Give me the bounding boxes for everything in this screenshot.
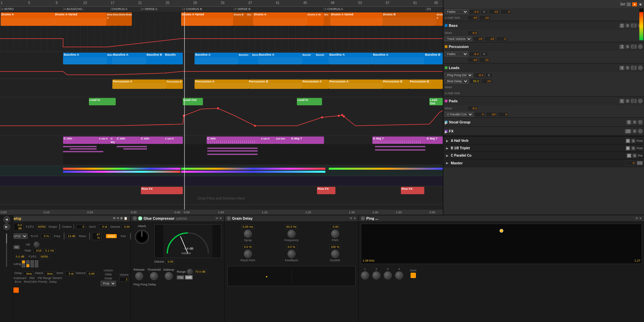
routing-cell-2[interactable]	[26, 260, 30, 264]
clip-bassline-a-2[interactable]: Bassline A	[112, 53, 146, 64]
clip-perc-b-4[interactable]: Percussion B	[409, 79, 443, 89]
clip-bassline-a-1[interactable]: Bassline A	[63, 53, 107, 64]
nav-btn-2[interactable]: ▶	[3, 223, 10, 230]
perc-fold-btn[interactable]	[445, 45, 447, 48]
clip-leadin-1[interactable]: Lead In	[89, 98, 116, 105]
lfo-vib-knob[interactable]	[34, 241, 40, 248]
grain-power-btn[interactable]	[227, 216, 231, 220]
octave-knob[interactable]	[73, 224, 74, 230]
clip-cmin-1[interactable]: C min	[63, 137, 98, 144]
ping-power-btn[interactable]	[361, 216, 365, 220]
threshold-knob[interactable]	[150, 272, 158, 280]
reso-knob[interactable]	[89, 232, 90, 240]
range-knob[interactable]	[187, 269, 193, 275]
clip-perc-b-3[interactable]: Percussion B	[382, 79, 409, 89]
pads-m-btn[interactable]: ⬛	[631, 99, 637, 103]
clip-cmin5-3[interactable]: C min 5	[260, 137, 275, 144]
delay1-knob[interactable]	[361, 271, 369, 279]
routing-cell-3[interactable]	[31, 260, 34, 264]
leads-s-btn[interactable]: S	[626, 66, 630, 70]
rand-pitch-knob[interactable]	[244, 250, 252, 258]
pads-fold-btn[interactable]	[445, 100, 447, 102]
clip-bassline-sm-2[interactable]: Basslin	[164, 53, 183, 64]
feedback-knob[interactable]	[287, 250, 296, 258]
spray-knob[interactable]	[244, 230, 252, 238]
clip-bassline-a-4[interactable]: Bassline A	[258, 53, 302, 64]
clip-rise-3[interactable]: Rise FX	[401, 187, 424, 194]
clip-drums-c-1[interactable]: Drums C	[106, 12, 112, 26]
vocalgroup-power-btn[interactable]	[638, 120, 643, 124]
clip-perc-a-1[interactable]: Percussion A	[112, 79, 166, 89]
pads-s-btn[interactable]: S	[626, 99, 630, 103]
clip-perc-a-4[interactable]: Percussion A	[329, 79, 382, 89]
clip-drums-va-1[interactable]: Drums A Va	[307, 12, 324, 26]
clip-bassline-a-6[interactable]: Bassline A	[372, 53, 424, 64]
vocalgroup-s-btn[interactable]: S	[633, 120, 637, 124]
clip-gmaj7-1[interactable]: G Maj 7	[110, 137, 116, 144]
pitch-knob[interactable]	[331, 230, 339, 238]
clip-leadin-2[interactable]: Lead In	[297, 98, 322, 105]
clip-drums-b-2[interactable]: Drums B	[382, 12, 436, 26]
leads-send2-dropdown[interactable]: Beat Delay	[445, 79, 469, 84]
bass-s-btn[interactable]: S	[626, 23, 630, 28]
mode-dropdown[interactable]: Prop	[101, 281, 116, 286]
clip-drums-3[interactable]: Drums	[118, 12, 125, 26]
leads-send1-dropdown[interactable]: Ping Pong Del	[445, 73, 473, 77]
clip-bassline-a-3[interactable]: Bassline A	[195, 53, 238, 64]
pads-power-btn[interactable]	[638, 99, 643, 103]
clip-bassline-b-2[interactable]: Bassline B	[424, 53, 443, 64]
clip-drums-varied-3[interactable]: Drums A Varied	[330, 12, 382, 26]
clip-perc-b-2[interactable]: Percussion B	[248, 79, 302, 89]
clip-bassline-a-5[interactable]: Bassline A	[329, 53, 372, 64]
clip-drums-2[interactable]: Drums	[112, 12, 118, 26]
freq-knob[interactable]	[64, 232, 64, 240]
leads-power-btn[interactable]	[638, 65, 643, 70]
clip-perc-a-2[interactable]: Percussion A	[195, 79, 248, 89]
clip-drums-a-3[interactable]: Drums A	[253, 12, 307, 26]
bass-m-btn[interactable]: ⬛	[631, 23, 637, 28]
filter-type-dropdown[interactable]: LP12 HP12 BP12	[11, 233, 28, 239]
return-b-s[interactable]: S	[631, 146, 635, 150]
clip-2ndinte[interactable]: 2nd Inte	[275, 137, 290, 144]
perc-send1-dropdown[interactable]: Fades	[445, 52, 468, 56]
loop-stop-btn[interactable]: ■	[638, 2, 643, 6]
frequency-knob[interactable]	[287, 230, 296, 238]
clip-drums-4[interactable]: Drums	[125, 12, 132, 26]
routing-cell-7[interactable]	[31, 264, 34, 267]
delay2-knob[interactable]	[372, 271, 380, 279]
color-swatch[interactable]	[13, 287, 19, 293]
clip-bassline-4[interactable]: Bassline	[238, 53, 252, 64]
soft-btn[interactable]: Soft	[185, 275, 193, 279]
clip-btn[interactable]: Clip	[177, 275, 184, 279]
routing-cell-5[interactable]	[22, 264, 25, 267]
leads-fold-btn[interactable]	[445, 66, 447, 69]
clip-drums-a-1[interactable]: Drums A	[1, 12, 54, 26]
fx-s-btn[interactable]: S	[633, 129, 637, 133]
routing-cell-6[interactable]	[26, 264, 30, 267]
loop-active-btn[interactable]: ●	[632, 2, 637, 6]
nav-btn-1[interactable]: ◀	[3, 216, 10, 223]
leads-m-btn[interactable]: ⬛	[631, 66, 637, 70]
makeup-knob[interactable]	[165, 272, 173, 280]
clip-bassline-7[interactable]: Basslin	[315, 53, 329, 64]
fx-fold-btn[interactable]: ▶	[445, 130, 447, 132]
clip-rise-1[interactable]: Rise FX	[141, 187, 183, 194]
clip-leadout-2[interactable]: Lead Out	[429, 98, 443, 105]
routing-cell-8[interactable]	[35, 264, 38, 267]
return-a-s[interactable]: S	[631, 139, 635, 143]
clip-drums-varied-2[interactable]: Drums A Varied	[181, 12, 233, 26]
release-knob[interactable]	[135, 272, 143, 280]
beat-send1-dropdown[interactable]: Fades	[445, 9, 468, 14]
sync-btn[interactable]	[411, 273, 416, 278]
perc-s-btn[interactable]: S	[626, 45, 630, 49]
clip-drums-6[interactable]: Dru	[324, 12, 330, 26]
clip-perc-a-3[interactable]: Percussion A	[302, 79, 329, 89]
glue-power-btn[interactable]	[133, 216, 137, 220]
perc-m-btn[interactable]: ⬛	[631, 45, 637, 49]
clip-drums-b-1[interactable]: Drums B	[233, 12, 247, 26]
clip-drums-c-2[interactable]: Drums C	[436, 12, 443, 26]
vocalgroup-fold-btn[interactable]: ▶	[445, 121, 447, 123]
clip-cmin-4[interactable]: C min	[207, 137, 260, 144]
clip-gmaj7-4[interactable]: G Maj 7	[426, 137, 443, 144]
clip-rise-2[interactable]: Rise FX	[317, 187, 335, 194]
